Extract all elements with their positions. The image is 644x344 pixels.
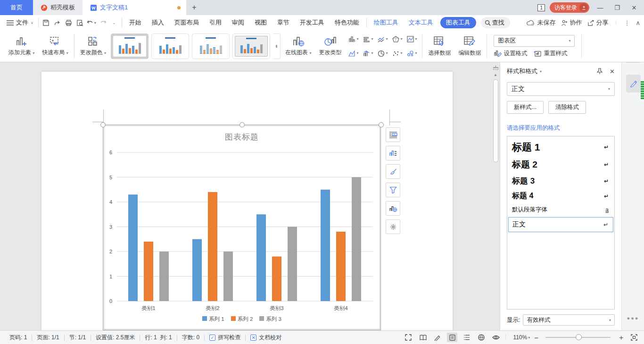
combo-chart-type-button[interactable]: ▾ [361, 46, 375, 60]
status-item[interactable]: 设置值: 2.5厘米 [91, 334, 140, 342]
status-item[interactable]: 页面: 1/1 [32, 334, 64, 342]
status-item[interactable]: 页码: 1 [5, 334, 32, 342]
save-button[interactable] [41, 17, 52, 28]
fit-page-button[interactable] [629, 333, 639, 342]
zoom-in-button[interactable]: ＋ [618, 333, 625, 342]
pin-icon[interactable] [596, 68, 603, 75]
status-item[interactable]: 节: 1/1 [65, 334, 91, 342]
menu-item-开发工具[interactable]: 开发工具 [295, 15, 330, 30]
web-layout-button[interactable] [476, 333, 487, 342]
style-item-标题 4[interactable]: 标题 4↵ [507, 189, 614, 203]
add-element-button[interactable]: 添加元素 ▾ [5, 31, 38, 61]
chart-object[interactable]: 图表标题 0123456类别1类别2类别3类别4 系列 1系列 2系列 3 [103, 125, 381, 330]
panel-menu-caret[interactable]: ▾ [540, 69, 542, 74]
scrollbar-thumb[interactable] [493, 79, 498, 162]
tab-document[interactable]: 文字文稿1 [83, 0, 186, 15]
radar-chart-type-button[interactable]: ▾ [390, 32, 405, 46]
write-mode-button[interactable] [432, 333, 443, 342]
change-colors-button[interactable]: 更改颜色 ▾ [76, 31, 110, 61]
style-item-标题 1[interactable]: 标题 1↵ [507, 138, 614, 156]
guest-login-button[interactable]: 访客登录 [550, 2, 589, 13]
eye-protect-button[interactable] [491, 333, 501, 342]
outline-mode-button[interactable] [462, 333, 472, 342]
print-preview-button[interactable] [74, 17, 86, 28]
chart-elements-button[interactable] [386, 146, 400, 160]
restore-button[interactable]: ❐ [611, 4, 623, 11]
menu-item-视图[interactable]: 视图 [249, 15, 272, 30]
menu-item-审阅[interactable]: 审阅 [227, 15, 249, 30]
set-format-button[interactable]: 设置格式 [494, 50, 527, 58]
select-data-button[interactable]: 选择数据 [424, 31, 454, 61]
new-style-button[interactable]: 新样式... [507, 101, 544, 114]
status-item[interactable]: 字数: 0 [177, 334, 204, 342]
zoom-out-button[interactable]: − [534, 334, 538, 342]
zoom-level-select[interactable]: 110%▾ [513, 334, 530, 341]
online-chart-button[interactable]: 在线图表 ▾ [281, 31, 315, 61]
scatter-chart-type-button[interactable]: ▾ [390, 46, 405, 60]
panel-close-icon[interactable]: ✕ [610, 68, 615, 75]
resize-handle-top-center[interactable] [239, 122, 245, 127]
highlow-chart-type-button[interactable]: ▾ [405, 32, 419, 46]
collaborate-button[interactable]: 协作 [561, 18, 582, 27]
tool-tab-文本工具[interactable]: 文本工具 [404, 15, 438, 30]
share-button[interactable]: 分享 [587, 18, 608, 27]
show-filter-select[interactable]: 有效样式▾ [523, 314, 615, 326]
chart-style-button[interactable] [386, 164, 400, 179]
style-item-标题 3[interactable]: 标题 3↵ [507, 173, 614, 189]
redo-button[interactable] [97, 17, 108, 28]
resize-handle-top-left[interactable] [100, 122, 106, 127]
save-status[interactable]: 未保存 [527, 18, 555, 27]
online-chart-quick-button[interactable] [386, 201, 400, 216]
collapse-ribbon-button[interactable]: ∧ [636, 19, 640, 26]
column-chart-type-button[interactable]: ▾ [346, 32, 361, 46]
more-options-button[interactable]: ⋮ [624, 19, 630, 26]
bar-chart-plot[interactable]: 0123456类别1类别2类别3类别4 [103, 125, 381, 314]
change-type-button[interactable]: 更改类型 [315, 31, 345, 61]
zoom-slider-knob[interactable] [576, 334, 582, 340]
chart-style-thumbnail-4[interactable] [232, 34, 270, 59]
new-tab-button[interactable]: + [186, 0, 202, 15]
menu-item-插入[interactable]: 插入 [147, 15, 169, 30]
ruler-toggle-icon[interactable] [493, 64, 498, 71]
chart-style-thumbnail-1[interactable] [111, 34, 149, 59]
spell-check-toggle[interactable]: ✓ 拼写检查 [205, 334, 245, 342]
style-item-标题 2[interactable]: 标题 2↵ [507, 156, 614, 173]
customize-quickbar-button[interactable]: ⌄ [108, 17, 120, 28]
style-item-默认段落字体[interactable]: 默认段落字体a [507, 203, 614, 216]
close-button[interactable]: ✕ [628, 4, 640, 11]
gallery-more-button[interactable]: ⇟ [273, 34, 281, 59]
resize-handle-top-right[interactable] [379, 122, 384, 127]
chart-settings-button[interactable] [386, 219, 400, 234]
menu-item-页面布局[interactable]: 页面布局 [169, 15, 204, 30]
scroll-up-arrow[interactable]: ▲ [494, 73, 497, 77]
menu-item-引用[interactable]: 引用 [204, 15, 227, 30]
bubble-chart-type-button[interactable]: ▾ [405, 46, 419, 60]
page-mode-button[interactable] [447, 333, 457, 342]
chart-element-select[interactable]: 图表区▾ [494, 35, 575, 47]
sidebar-more-button[interactable]: ●●● [622, 315, 644, 321]
print-button[interactable] [63, 17, 74, 28]
find-button[interactable]: 查找 [481, 17, 510, 28]
fullscreen-button[interactable] [403, 333, 413, 342]
menu-item-开始[interactable]: 开始 [124, 15, 147, 30]
status-item[interactable]: 行: 1 列: 1 [140, 334, 176, 342]
read-mode-button[interactable] [418, 333, 428, 342]
edit-data-button[interactable]: 编辑数据 [454, 31, 485, 61]
zoom-slider[interactable] [545, 337, 611, 338]
export-pdf-button[interactable] [52, 17, 63, 28]
tab-chart-tools[interactable]: 图表工具 [440, 17, 476, 28]
menu-item-特色功能[interactable]: 特色功能 [330, 15, 364, 30]
clear-format-button[interactable]: 清除格式 [548, 101, 586, 114]
vertical-scrollbar[interactable]: ▲ [492, 62, 500, 330]
chart-style-thumbnail-3[interactable] [192, 34, 230, 59]
chart-legend[interactable]: 系列 1系列 2系列 3 [103, 316, 380, 323]
reset-style-button[interactable]: 重置样式 [534, 50, 567, 58]
tab-template[interactable]: 稻壳模板 [33, 0, 83, 15]
tab-home[interactable]: 首页 [0, 0, 33, 15]
area-chart-type-button[interactable]: ▾ [346, 46, 361, 60]
style-item-正文[interactable]: 正文↵ [508, 217, 613, 232]
pie-chart-type-button[interactable]: ▾ [375, 46, 390, 60]
layout-options-button[interactable] [386, 127, 400, 142]
edit-tools-tab[interactable] [626, 75, 641, 92]
chart-title[interactable]: 图表标题 [103, 132, 380, 143]
